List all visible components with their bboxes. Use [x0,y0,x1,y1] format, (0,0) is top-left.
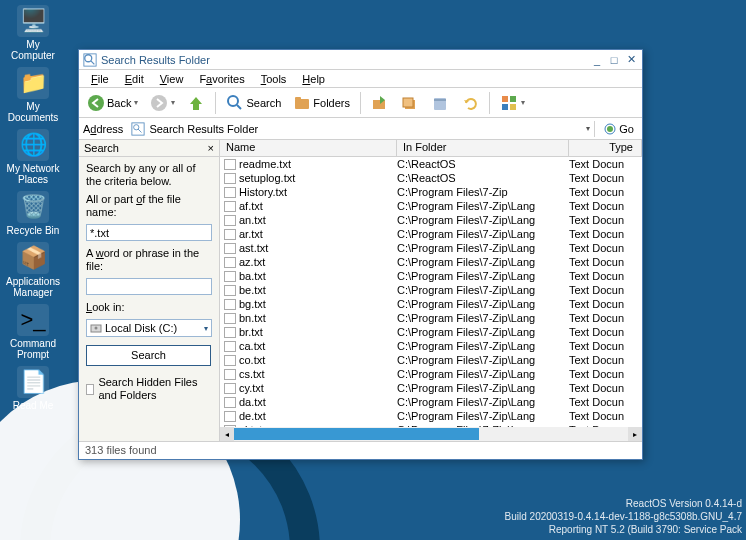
up-button[interactable] [183,92,209,114]
file-row[interactable]: ba.txtC:\Program Files\7-Zip\LangText Do… [220,269,642,283]
svg-rect-14 [502,96,508,102]
file-type: Text Docun [569,312,642,324]
file-type: Text Docun [569,354,642,366]
file-icon [224,369,236,380]
views-button[interactable]: ▾ [496,92,529,114]
search-pane: Search × Search by any or all of the cri… [79,140,220,441]
desktop-icon[interactable]: 📁MyDocuments [5,67,61,123]
address-dropdown[interactable]: ▾ [586,124,590,133]
desktop-icon-label: CommandPrompt [5,338,61,360]
lookin-dropdown[interactable]: Local Disk (C:) ▾ [86,319,212,337]
file-row[interactable]: bg.txtC:\Program Files\7-Zip\LangText Do… [220,297,642,311]
file-row[interactable]: ar.txtC:\Program Files\7-Zip\LangText Do… [220,227,642,241]
menu-edit[interactable]: Edit [117,71,152,87]
delete-button[interactable] [427,92,453,114]
desktop-icon[interactable]: 📦ApplicationsManager [5,242,61,298]
file-icon [224,187,236,198]
close-button[interactable]: ✕ [624,53,638,67]
file-name: ar.txt [239,228,263,240]
menu-view[interactable]: View [152,71,192,87]
file-row[interactable]: af.txtC:\Program Files\7-Zip\LangText Do… [220,199,642,213]
desktop-icon[interactable]: >_CommandPrompt [5,304,61,360]
file-folder: C:\Program Files\7-Zip\Lang [397,214,569,226]
file-type: Text Docun [569,284,642,296]
menu-help[interactable]: Help [294,71,333,87]
col-name[interactable]: Name [220,140,397,156]
file-type: Text Docun [569,186,642,198]
file-name: da.txt [239,396,266,408]
file-row[interactable]: ast.txtC:\Program Files\7-Zip\LangText D… [220,241,642,255]
folders-button[interactable]: Folders [289,92,354,114]
scroll-left-button[interactable]: ◂ [220,427,234,441]
hidden-files-checkbox[interactable]: Search Hidden Files and Folders [86,376,212,402]
desktop-icon[interactable]: 🗑️Recycle Bin [5,191,61,236]
file-row[interactable]: cs.txtC:\Program Files\7-Zip\LangText Do… [220,367,642,381]
file-row[interactable]: be.txtC:\Program Files\7-Zip\LangText Do… [220,283,642,297]
search-pane-close[interactable]: × [208,142,214,154]
file-icon [224,229,236,240]
filename-input[interactable] [86,224,212,241]
file-type: Text Docun [569,326,642,338]
desktop-icon-glyph: 🗑️ [17,191,49,223]
horizontal-scrollbar[interactable]: ◂ ▸ [220,427,642,441]
desktop-icon[interactable]: 📄Read Me [5,366,61,411]
file-folder: C:\ReactOS [397,172,569,184]
file-row[interactable]: History.txtC:\Program Files\7-ZipText Do… [220,185,642,199]
file-row[interactable]: de.txtC:\Program Files\7-Zip\LangText Do… [220,409,642,423]
file-row[interactable]: setuplog.txtC:\ReactOSText Docun [220,171,642,185]
file-name: cs.txt [239,368,265,380]
file-row[interactable]: bn.txtC:\Program Files\7-Zip\LangText Do… [220,311,642,325]
file-icon [224,271,236,282]
maximize-button[interactable]: □ [607,53,621,67]
desktop-icon-glyph: 📄 [17,366,49,398]
search-button[interactable]: Search [222,92,285,114]
file-row[interactable]: co.txtC:\Program Files\7-Zip\LangText Do… [220,353,642,367]
svg-rect-11 [403,98,413,107]
file-name: az.txt [239,256,265,268]
address-field[interactable]: Search Results Folder [127,122,582,136]
desktop-icon-glyph: 🌐 [17,129,49,161]
menu-favorites[interactable]: Favorites [191,71,252,87]
file-row[interactable]: readme.txtC:\ReactOSText Docun [220,157,642,171]
copy-to-button[interactable] [397,92,423,114]
file-icon [224,173,236,184]
file-type: Text Docun [569,396,642,408]
svg-rect-15 [510,96,516,102]
desktop-icon[interactable]: 🖥️MyComputer [5,5,61,61]
search-submit-button[interactable]: Search [86,345,211,366]
go-label: Go [619,123,634,135]
desktop-icon-label: My NetworkPlaces [5,163,61,185]
undo-button[interactable] [457,92,483,114]
menu-file[interactable]: File [83,71,117,87]
scroll-right-button[interactable]: ▸ [628,427,642,441]
file-row[interactable]: br.txtC:\Program Files\7-Zip\LangText Do… [220,325,642,339]
file-name: de.txt [239,410,266,422]
address-label: Address [83,123,123,135]
menu-tools[interactable]: Tools [253,71,295,87]
file-row[interactable]: an.txtC:\Program Files\7-Zip\LangText Do… [220,213,642,227]
hidden-files-label: Search Hidden Files and Folders [98,376,212,402]
file-folder: C:\Program Files\7-Zip\Lang [397,242,569,254]
scroll-thumb[interactable] [234,428,479,440]
file-row[interactable]: ca.txtC:\Program Files\7-Zip\LangText Do… [220,339,642,353]
col-folder[interactable]: In Folder [397,140,569,156]
minimize-button[interactable]: _ [590,53,604,67]
file-folder: C:\Program Files\7-Zip\Lang [397,410,569,422]
folders-label: Folders [313,97,350,109]
forward-button[interactable]: ▾ [146,92,179,114]
svg-rect-7 [295,99,309,109]
file-row[interactable]: cy.txtC:\Program Files\7-Zip\LangText Do… [220,381,642,395]
col-type[interactable]: Type [569,140,642,156]
desktop-icon[interactable]: 🌐My NetworkPlaces [5,129,61,185]
back-button[interactable]: Back ▾ [83,92,142,114]
toolbar: Back ▾ ▾ Search Folders [79,88,642,118]
search-icon [226,94,244,112]
go-button[interactable]: Go [599,122,638,136]
phrase-input[interactable] [86,278,212,295]
folders-icon [293,94,311,112]
file-row[interactable]: az.txtC:\Program Files\7-Zip\LangText Do… [220,255,642,269]
file-row[interactable]: da.txtC:\Program Files\7-Zip\LangText Do… [220,395,642,409]
views-icon [500,94,518,112]
titlebar[interactable]: Search Results Folder _ □ ✕ [79,50,642,70]
move-to-button[interactable] [367,92,393,114]
